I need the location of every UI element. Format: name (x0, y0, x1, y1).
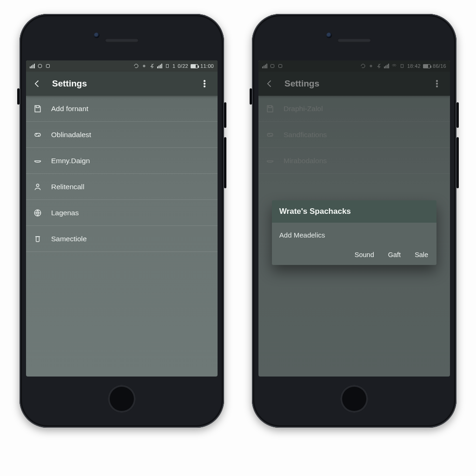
screen: 18:42 86/16 Settings Draphi-Zalol Sandfi (258, 60, 450, 377)
dialog-scrim[interactable]: Wrate's Spachacks Add Meadelics Sound Ga… (258, 60, 450, 377)
bezel-top (258, 20, 450, 60)
svg-rect-4 (166, 65, 168, 68)
link-icon (33, 130, 43, 140)
status-text: 0/22 (178, 63, 188, 69)
front-camera (94, 33, 99, 38)
status-text: 1 (172, 63, 175, 69)
signal-icon (30, 64, 35, 68)
status-clock: 11:00 (200, 63, 214, 69)
bezel-top (26, 20, 218, 60)
battery-icon (191, 64, 198, 68)
dialog-action-gaft[interactable]: Gaft (388, 251, 401, 258)
settings-item-oblinadalest[interactable]: Oblinadalest (26, 122, 218, 148)
settings-item-label: Emny.Daign (51, 157, 90, 165)
svg-rect-1 (46, 65, 50, 68)
settings-item-lagenas[interactable]: Lagenas (26, 200, 218, 226)
cell-icon (165, 63, 170, 69)
svg-rect-10 (36, 237, 40, 242)
save-icon (33, 104, 43, 114)
bezel-bottom (26, 377, 218, 421)
person-icon (33, 182, 43, 192)
more-vert-icon (200, 79, 209, 88)
overflow-button[interactable] (195, 74, 214, 93)
svg-point-5 (204, 80, 205, 82)
settings-item-label: Oblinadalest (51, 131, 91, 139)
dialog: Wrate's Spachacks Add Meadelics Sound Ga… (272, 200, 436, 265)
svg-point-3 (144, 66, 145, 66)
settings-item-label: Samectiole (51, 235, 87, 243)
settings-list: Add fornant Oblinadalest Emny.Daign Reli… (26, 96, 218, 252)
svg-point-7 (204, 86, 205, 87)
bluetooth-icon (149, 63, 155, 69)
dialog-actions: Sound Gaft Sale (272, 251, 436, 265)
settings-item-label: Add fornant (51, 105, 88, 113)
status-right: 1 0/22 11:00 (133, 63, 214, 69)
settings-item-add-fornant[interactable]: Add fornant (26, 96, 218, 122)
dialog-action-sale[interactable]: Sale (415, 251, 428, 258)
screen: 1 0/22 11:00 Settings Add fornant (26, 60, 218, 377)
home-button[interactable] (340, 385, 368, 413)
bezel-bottom (258, 377, 450, 421)
settings-item-emny-daign[interactable]: Emny.Daign (26, 148, 218, 174)
dialog-action-sound[interactable]: Sound (355, 251, 374, 258)
home-button[interactable] (108, 385, 136, 413)
bowl-icon (33, 156, 43, 166)
phone-left: 1 0/22 11:00 Settings Add fornant (20, 14, 224, 428)
card-icon (45, 63, 51, 69)
front-camera (326, 33, 332, 38)
page-title: Settings (52, 79, 87, 89)
dialog-title: Wrate's Spachacks (272, 200, 436, 223)
trash-icon (33, 234, 43, 244)
settings-item-samectiole[interactable]: Samectiole (26, 226, 218, 252)
globe-icon (33, 208, 43, 218)
phone-right: 18:42 86/16 Settings Draphi-Zalol Sandfi (252, 14, 456, 428)
gps-icon (141, 63, 147, 69)
settings-item-label: Lagenas (51, 209, 79, 217)
earpiece-speaker (105, 39, 139, 42)
earpiece-speaker (337, 39, 371, 42)
back-button[interactable] (28, 74, 46, 93)
svg-point-6 (204, 83, 205, 85)
app-bar: Settings (26, 72, 218, 96)
status-bar: 1 0/22 11:00 (26, 60, 218, 72)
settings-item-relitencall[interactable]: Relitencall (26, 174, 218, 200)
signal-icon (157, 64, 162, 68)
svg-point-0 (38, 64, 42, 68)
dialog-body: Add Meadelics (272, 223, 436, 251)
refresh-icon (133, 63, 139, 69)
settings-item-label: Relitencall (51, 183, 85, 191)
arrow-left-icon (33, 79, 42, 88)
sync-icon (37, 63, 43, 69)
status-left (30, 63, 51, 69)
svg-point-8 (36, 184, 39, 186)
